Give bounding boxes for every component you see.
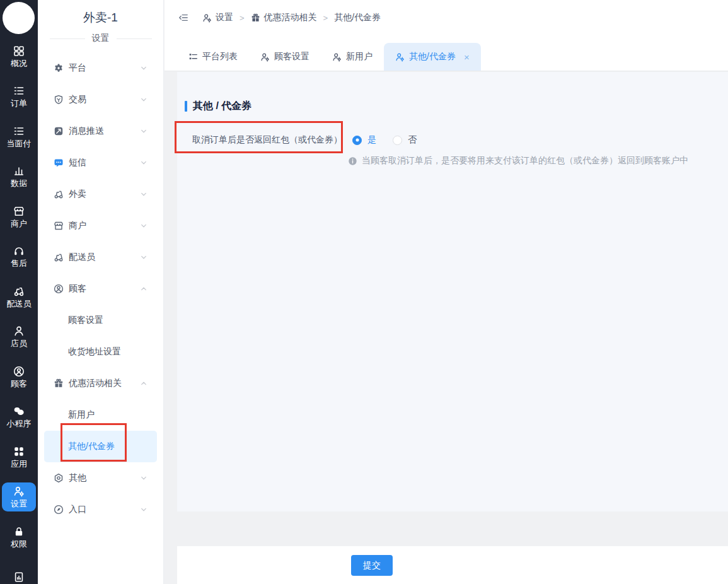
rail-item-店员[interactable]: 店员 xyxy=(1,317,37,358)
grid-icon xyxy=(13,45,25,57)
radio-unselected-icon[interactable] xyxy=(393,136,402,145)
push-icon xyxy=(54,126,64,136)
gift-icon xyxy=(251,13,260,23)
chevron-down-icon xyxy=(139,505,148,514)
rail-item-售后[interactable]: 售后 xyxy=(1,237,37,277)
sidebar-item-label: 平台 xyxy=(69,62,86,74)
rail-item-label: 小程序 xyxy=(7,419,32,428)
sidebar-collapse-icon[interactable] xyxy=(178,13,188,23)
breadcrumb-item-label: 其他/代金券 xyxy=(334,12,381,23)
chevron-down-icon xyxy=(139,253,148,262)
rail-item-顾客[interactable]: 顾客 xyxy=(1,357,37,397)
sidebar-item-短信[interactable]: 短信 xyxy=(44,147,157,178)
person-circle-icon xyxy=(13,366,25,377)
sidebar-item-label: 交易 xyxy=(69,94,86,105)
sidebar-item-label: 短信 xyxy=(69,157,86,168)
sidebar-item-外卖[interactable]: 外卖 xyxy=(44,178,157,210)
radio-option-label: 否 xyxy=(408,134,417,146)
rail-item-小程序[interactable]: 小程序 xyxy=(1,397,37,438)
chevron-down-icon xyxy=(139,64,148,73)
rail-item-label: 概况 xyxy=(11,59,27,68)
person-icon xyxy=(13,325,25,337)
bars-icon xyxy=(13,165,25,177)
radio-selected-icon[interactable] xyxy=(352,136,362,145)
sidebar-item-label: 收货地址设置 xyxy=(68,346,121,358)
footer-bar: 提交 xyxy=(177,546,728,584)
file-chart-icon xyxy=(13,571,25,583)
breadcrumb-separator: > xyxy=(323,13,328,23)
hex-icon xyxy=(54,473,64,483)
section-heading-text: 其他 / 代金券 xyxy=(193,100,251,113)
rail-items: 概况订单当面付数据商户售后配送员店员顾客小程序应用设置权限 xyxy=(0,37,38,584)
sidebar-item-收货地址设置[interactable]: 收货地址设置 xyxy=(44,336,157,368)
rail-item-商户[interactable]: 商户 xyxy=(1,197,37,237)
person-gear-icon xyxy=(395,52,405,62)
sidebar-item-消息推送[interactable]: 消息推送 xyxy=(44,115,157,147)
form-hint-text: 当顾客取消订单后，是否要将用来支付该订单的红包（或代金券）返回到顾客账户中 xyxy=(362,155,688,166)
form-row: 取消订单后是否返回红包（或代金券） 是否 xyxy=(177,134,728,146)
tab-顾客设置[interactable]: 顾客设置 xyxy=(249,43,321,71)
sidebar-item-label: 外卖 xyxy=(69,189,86,200)
rail-item-概况[interactable]: 概况 xyxy=(1,37,37,77)
breadcrumb: 设置>优惠活动相关>其他/代金券 xyxy=(165,0,728,35)
person-gear-icon xyxy=(13,486,25,497)
scooter-icon xyxy=(54,189,64,199)
rail-item-label: 应用 xyxy=(11,459,27,469)
sidebar-item-顾客设置[interactable]: 顾客设置 xyxy=(44,305,157,336)
tab-平台列表[interactable]: 平台列表 xyxy=(177,43,249,71)
tab-其他/代金券[interactable]: 其他/代金券× xyxy=(384,43,481,71)
rail-item-partial[interactable] xyxy=(1,558,37,584)
rail-item-权限[interactable]: 权限 xyxy=(1,517,37,558)
list-icon xyxy=(13,85,25,96)
radio-option-label: 是 xyxy=(367,134,376,146)
rail-item-应用[interactable]: 应用 xyxy=(1,437,37,477)
sidebar-item-label: 商户 xyxy=(69,220,86,231)
sidebar-item-平台[interactable]: 平台 xyxy=(44,52,157,84)
person-circle-icon xyxy=(54,284,64,294)
radio-option-是[interactable]: 是 xyxy=(352,134,376,146)
sidebar-item-商户[interactable]: 商户 xyxy=(44,210,157,242)
breadcrumb-separator: > xyxy=(240,13,245,23)
content-panel: 其他 / 代金券 取消订单后是否返回红包（或代金券） 是否 当顾客取消订单后，是… xyxy=(177,72,728,511)
radio-group: 是否 xyxy=(352,134,433,146)
rail-item-当面付[interactable]: 当面付 xyxy=(1,117,37,157)
radio-option-否[interactable]: 否 xyxy=(393,134,417,146)
sidebar-item-优惠活动相关[interactable]: 优惠活动相关 xyxy=(44,368,157,399)
rail-item-设置[interactable]: 设置 xyxy=(1,477,37,518)
sidebar-item-label: 新用户 xyxy=(68,409,95,421)
chevron-down-icon xyxy=(139,221,148,230)
tab-close-icon[interactable]: × xyxy=(464,52,470,62)
tab-label: 其他/代金券 xyxy=(409,51,456,62)
tab-新用户[interactable]: 新用户 xyxy=(321,43,384,71)
submit-button[interactable]: 提交 xyxy=(351,555,393,576)
gift-icon xyxy=(54,378,64,388)
shop-icon xyxy=(13,206,25,217)
person-gear-icon xyxy=(260,52,270,62)
rail-item-label: 配送员 xyxy=(7,299,32,308)
sidebar-item-顾客[interactable]: 顾客 xyxy=(44,273,157,305)
sidebar-item-其他/代金券[interactable]: 其他/代金券 xyxy=(44,431,157,462)
chat-duo-icon xyxy=(13,406,25,417)
sidebar-item-交易[interactable]: 交易 xyxy=(44,84,157,115)
avatar[interactable] xyxy=(3,2,35,34)
rail-item-label: 设置 xyxy=(11,499,27,508)
rail-item-配送员[interactable]: 配送员 xyxy=(1,277,37,317)
sidebar-item-新用户[interactable]: 新用户 xyxy=(44,399,157,431)
rail-item-label: 顾客 xyxy=(11,379,27,388)
rail-item-数据[interactable]: 数据 xyxy=(1,157,37,197)
sidebar-item-其他[interactable]: 其他 xyxy=(44,462,157,494)
sidebar-item-配送员[interactable]: 配送员 xyxy=(44,242,157,273)
sidebar-item-label: 顾客 xyxy=(69,283,86,295)
breadcrumb-item-优惠活动相关[interactable]: 优惠活动相关 xyxy=(251,12,317,23)
breadcrumb-item-设置[interactable]: 设置 xyxy=(202,12,233,23)
rail-item-label: 售后 xyxy=(11,259,27,268)
form-hint: 当顾客取消订单后，是否要将用来支付该订单的红包（或代金券）返回到顾客账户中 xyxy=(348,155,728,166)
chevron-down-icon xyxy=(139,474,148,482)
rail-item-订单[interactable]: 订单 xyxy=(1,77,37,117)
gear-icon xyxy=(54,63,64,73)
chevron-down-icon xyxy=(139,127,148,136)
tab-label: 平台列表 xyxy=(202,51,238,62)
sidebar-subtitle-label: 设置 xyxy=(92,33,110,44)
app-rail: 概况订单当面付数据商户售后配送员店员顾客小程序应用设置权限 xyxy=(0,0,38,584)
sidebar-item-入口[interactable]: 入口 xyxy=(44,494,157,525)
